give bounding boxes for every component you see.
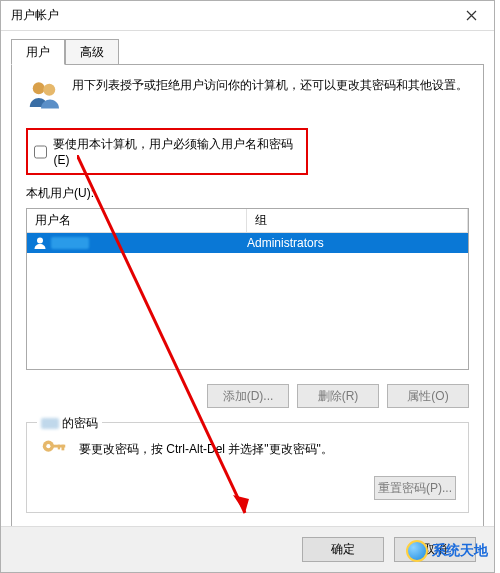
watermark-icon: [406, 540, 428, 562]
svg-rect-7: [58, 445, 60, 450]
tab-users[interactable]: 用户: [11, 39, 65, 65]
user-row[interactable]: Administrators: [27, 233, 468, 253]
ok-button[interactable]: 确定: [302, 537, 384, 562]
username-redacted: [51, 237, 89, 249]
tab-strip: 用户 高级: [11, 39, 484, 65]
svg-rect-6: [62, 445, 65, 451]
users-list[interactable]: 用户名 组 Administrators: [26, 208, 469, 370]
window-title: 用户帐户: [11, 7, 449, 24]
close-button[interactable]: [449, 1, 494, 31]
require-login-label: 要使用本计算机，用户必须输入用户名和密码(E): [53, 136, 300, 167]
svg-point-0: [33, 82, 45, 94]
user-icon: [33, 236, 47, 250]
intro-text: 用下列表授予或拒绝用户访问你的计算机，还可以更改其密码和其他设置。: [72, 77, 469, 116]
password-group: 的密码 要更改密码，按 Ctrl-Alt-Del 并选择"更改密码"。 重置密码…: [26, 422, 469, 513]
add-button[interactable]: 添加(D)...: [207, 384, 289, 408]
svg-point-4: [46, 444, 50, 448]
password-hint: 要更改密码，按 Ctrl-Alt-Del 并选择"更改密码"。: [79, 441, 333, 458]
svg-point-2: [37, 238, 43, 244]
users-icon: [26, 77, 62, 116]
user-group: Administrators: [247, 236, 468, 250]
reset-password-button[interactable]: 重置密码(P)...: [374, 476, 456, 500]
properties-button[interactable]: 属性(O): [387, 384, 469, 408]
col-group[interactable]: 组: [247, 209, 468, 232]
password-group-title: 的密码: [37, 415, 102, 432]
remove-button[interactable]: 删除(R): [297, 384, 379, 408]
col-username[interactable]: 用户名: [27, 209, 247, 232]
user-accounts-dialog: 用户帐户 用户 高级 用下列表授予或拒绝用户访问你的计算机，还可以更改其密码和其…: [0, 0, 495, 573]
tab-advanced[interactable]: 高级: [65, 39, 119, 64]
close-icon: [466, 10, 477, 21]
require-login-checkbox[interactable]: [34, 145, 47, 159]
require-login-row[interactable]: 要使用本计算机，用户必须输入用户名和密码(E): [26, 128, 308, 175]
list-header: 用户名 组: [27, 209, 468, 233]
svg-point-1: [43, 84, 55, 96]
watermark: 系统天地: [406, 540, 488, 562]
titlebar[interactable]: 用户帐户: [1, 1, 494, 31]
users-list-label: 本机用户(U):: [26, 185, 469, 202]
key-icon: [39, 433, 69, 466]
